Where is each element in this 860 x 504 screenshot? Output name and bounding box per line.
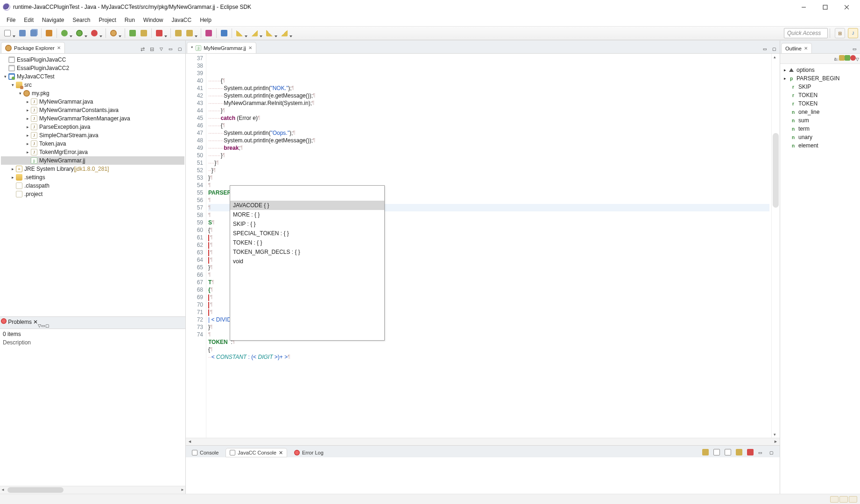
outline-item[interactable]: rSKIP <box>781 83 859 91</box>
menu-search[interactable]: Search <box>69 15 94 25</box>
expand-toggle[interactable]: ▾ <box>18 91 23 96</box>
expand-toggle[interactable]: ▸ <box>10 167 15 171</box>
outline-item[interactable]: nterm <box>781 125 859 133</box>
minimize-view-button[interactable]: ▭ <box>166 45 175 53</box>
java-perspective-button[interactable]: J <box>848 28 858 38</box>
scroll-down-icon[interactable]: ▾ <box>774 432 776 437</box>
problems-column-header[interactable]: Description <box>3 339 183 346</box>
outline-tab[interactable]: Outline ✕ <box>781 43 812 53</box>
code-editor[interactable]: 3738394041424344454647484950515253545556… <box>186 54 780 438</box>
console-action-4[interactable] <box>736 449 744 457</box>
tree-row[interactable]: ▸MyNewGrammarTokenManager.java <box>1 114 184 123</box>
filter-button-1[interactable] <box>839 55 845 62</box>
sort-button[interactable]: a↓ <box>834 56 839 62</box>
status-tray-button[interactable] <box>839 496 848 503</box>
tree-row[interactable]: ▸.settings <box>1 173 184 182</box>
filter-button-3[interactable] <box>850 55 856 62</box>
tree-row[interactable]: ▸ParseException.java <box>1 123 184 131</box>
expand-toggle[interactable]: ▸ <box>25 125 30 129</box>
close-icon[interactable]: ✕ <box>248 45 252 50</box>
code-line[interactable]: ··········System.out.println(e.getMessag… <box>208 137 769 144</box>
scroll-thumb[interactable] <box>7 487 63 493</box>
scroll-up-icon[interactable]: ▴ <box>774 55 776 59</box>
console-action-5[interactable] <box>747 449 755 457</box>
compile-jj-button[interactable] <box>219 28 229 38</box>
outline-item[interactable]: rTOKEN <box>781 91 859 99</box>
tree-row[interactable]: ▸SimpleCharStream.java <box>1 131 184 140</box>
assist-item[interactable]: void <box>230 257 384 266</box>
assist-item[interactable]: SPECIAL_TOKEN : { } <box>230 229 384 238</box>
menu-help[interactable]: Help <box>196 15 215 25</box>
expand-toggle[interactable]: ▸ <box>25 116 30 121</box>
menu-edit[interactable]: Edit <box>20 15 37 25</box>
debug-button[interactable] <box>59 28 73 38</box>
annotation-next-button[interactable] <box>249 28 263 38</box>
minimize-view-button[interactable]: ▭ <box>850 45 859 53</box>
tree-row[interactable]: .project <box>1 190 184 198</box>
assist-item[interactable]: MORE : { } <box>230 210 384 219</box>
expand-toggle[interactable]: ▸ <box>25 133 30 138</box>
overview-ruler[interactable]: ▴ ▾ <box>771 54 780 438</box>
project-tree[interactable]: EssaiPluginJavaCCEssaiPluginJavaCC2▾MyJa… <box>0 54 185 200</box>
status-tray-button[interactable] <box>849 496 857 503</box>
menu-javacc[interactable]: JavaCC <box>168 15 196 25</box>
menu-run[interactable]: Run <box>121 15 139 25</box>
maximize-view-button[interactable]: ▢ <box>45 322 49 329</box>
open-type-button[interactable] <box>127 28 138 38</box>
code-line[interactable]: ··········break;¶ <box>208 144 769 152</box>
tree-row[interactable]: ▸MyNewGrammar.java <box>1 98 184 106</box>
menu-navigate[interactable]: Navigate <box>38 15 68 25</box>
code-line[interactable]: ········{¶ <box>208 77 769 84</box>
code-line[interactable]: ········{¶ <box>208 122 769 129</box>
assist-item[interactable]: SKIP : { } <box>230 219 384 229</box>
misc-button[interactable] <box>184 28 198 38</box>
tree-row[interactable]: EssaiPluginJavaCC2 <box>1 64 184 72</box>
expand-toggle[interactable]: ▾ <box>10 83 15 87</box>
assist-item[interactable]: JAVACODE { } <box>230 201 384 210</box>
outline-item[interactable]: ▸pPARSER_BEGIN <box>781 74 859 83</box>
console-action-2[interactable] <box>713 449 722 457</box>
tree-row[interactable]: ▸Token.java <box>1 140 184 148</box>
code-line[interactable]: ····}¶ <box>208 159 769 167</box>
tree-row[interactable]: ▸TokenMgrError.java <box>1 148 184 156</box>
pin-editor-button[interactable] <box>204 28 214 38</box>
new-package-button[interactable] <box>108 28 122 38</box>
tree-row[interactable]: ▾src <box>1 81 184 89</box>
minimize-view-button[interactable]: ▭ <box>758 449 767 457</box>
expand-toggle[interactable]: ▸ <box>25 108 30 112</box>
package-explorer-tab[interactable]: Package Explorer ✕ <box>1 42 65 53</box>
tree-row[interactable]: EssaiPluginJavaCC <box>1 56 184 64</box>
open-call-button[interactable] <box>139 28 149 38</box>
code-line[interactable]: ········}¶ <box>208 152 769 159</box>
menu-project[interactable]: Project <box>95 15 120 25</box>
menu-window[interactable]: Window <box>140 15 167 25</box>
close-icon[interactable]: ✕ <box>33 319 38 325</box>
tree-row[interactable]: MyNewGrammar.jj <box>1 156 184 165</box>
filter-button-2[interactable] <box>845 55 850 62</box>
assist-item[interactable]: TOKEN_MGR_DECLS : { } <box>230 247 384 257</box>
content-assist-popup[interactable]: JAVACODE { }MORE : { }SKIP : { }SPECIAL_… <box>230 185 385 341</box>
problems-h-scrollbar[interactable]: ◄ ► <box>0 486 185 494</box>
code-line[interactable]: ··< CONSTANT : (< DIGIT >)+ >¶ <box>208 353 769 361</box>
collapse-all-button[interactable]: ⊟ <box>148 45 156 53</box>
close-window-button[interactable] <box>836 0 857 14</box>
scroll-left-icon[interactable]: ◄ <box>1 488 5 492</box>
close-icon[interactable]: ✕ <box>279 450 283 456</box>
tree-row[interactable]: ▸JRE System Library [jdk1.8.0_281] <box>1 165 184 173</box>
outline-item[interactable]: none_line <box>781 108 859 116</box>
code-area[interactable]: ········{¶··········System.out.println("… <box>206 54 771 438</box>
code-line[interactable]: ··········System.out.println("NOK.");¶ <box>208 84 769 92</box>
close-icon[interactable]: ✕ <box>57 45 61 50</box>
build-button[interactable] <box>44 28 54 38</box>
editor-tab[interactable]: MyNewGrammar.jj ✕ <box>187 42 256 53</box>
ext-tools-button[interactable] <box>89 28 103 38</box>
expand-toggle[interactable]: ▸ <box>25 150 30 154</box>
code-line[interactable]: ··········MyNewGrammar.ReInit(System.in)… <box>208 99 769 107</box>
quick-access-input[interactable]: Quick Access <box>784 28 828 38</box>
tree-row[interactable]: ▸MyNewGrammarConstants.java <box>1 106 184 114</box>
code-line[interactable]: ··········System.out.println("Oops.");¶ <box>208 129 769 137</box>
expand-toggle[interactable]: ▸ <box>25 141 30 146</box>
maximize-view-button[interactable]: ▢ <box>176 45 184 53</box>
scroll-right-icon[interactable]: ► <box>181 488 184 492</box>
open-perspective-button[interactable]: ⊞ <box>835 28 845 38</box>
